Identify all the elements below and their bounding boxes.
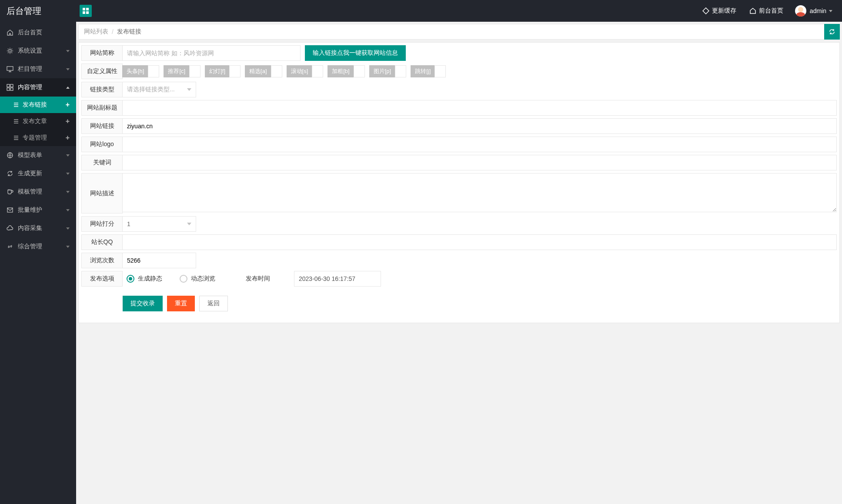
sidebar-item-content[interactable]: 内容管理 [0, 78, 76, 97]
main-content: 网站列表 / 发布链接 网站简称 输入链接点我一键获取网站信息 自定义属性 头条… [76, 22, 842, 504]
avatar [795, 5, 806, 17]
label-keywords: 关键词 [81, 155, 123, 170]
user-menu[interactable]: admin [790, 0, 838, 22]
form: 网站简称 输入链接点我一键获取网站信息 自定义属性 头条[h] 推荐[c] 幻灯… [78, 42, 840, 323]
tag-label: 幻灯[f] [205, 65, 230, 77]
site-logo-input[interactable] [122, 137, 837, 152]
breadcrumb-current: 发布链接 [117, 28, 141, 36]
row-keywords: 关键词 [81, 155, 837, 170]
tag-label: 推荐[c] [164, 65, 190, 77]
sidebar-item-column[interactable]: 栏目管理 [0, 60, 76, 78]
description-textarea[interactable] [122, 173, 837, 212]
tag-checkbox[interactable] [434, 65, 446, 77]
sidebar-item-template[interactable]: 模板管理 [0, 183, 76, 201]
list-icon [13, 102, 19, 108]
collapse-sidebar-button[interactable] [80, 5, 92, 17]
sidebar-item-system[interactable]: 系统设置 [0, 42, 76, 60]
tag-checkbox[interactable] [354, 65, 365, 77]
keywords-input[interactable] [122, 155, 837, 170]
sidebar-item-general[interactable]: 综合管理 [0, 237, 76, 256]
mail-icon [7, 207, 13, 214]
back-button[interactable]: 返回 [199, 296, 228, 311]
caret-down-icon [187, 223, 191, 225]
row-site-name: 网站简称 输入链接点我一键获取网站信息 [81, 45, 837, 61]
plus-icon: + [66, 117, 70, 125]
refresh-cache-label: 更新缓存 [712, 7, 736, 15]
link-type-select[interactable]: 请选择链接类型... [122, 82, 196, 97]
sidebar-item-home[interactable]: 后台首页 [0, 23, 76, 42]
diamond-icon [702, 7, 709, 14]
tag-label: 加粗[b] [327, 65, 354, 77]
sidebar-item-generate[interactable]: 生成更新 [0, 164, 76, 183]
tag-checkbox[interactable] [148, 65, 159, 77]
publish-time-input[interactable]: 2023-06-30 16:17:57 [294, 271, 381, 287]
refresh-button[interactable] [824, 24, 840, 40]
row-webmaster-qq: 站长QQ [81, 234, 837, 250]
sidebar-item-collect[interactable]: 内容采集 [0, 219, 76, 237]
tag-checkbox[interactable] [189, 65, 200, 77]
tag-recommend: 推荐[c] [164, 65, 200, 77]
submenu-item-label: 发布文章 [23, 117, 47, 125]
chevron-down-icon [66, 154, 70, 157]
tag-label: 滚动[s] [287, 65, 313, 77]
tag-checkbox[interactable] [229, 65, 241, 77]
breadcrumb-parent[interactable]: 网站列表 [84, 28, 108, 36]
radio-label: 动态浏览 [191, 275, 215, 283]
fetch-site-info-button[interactable]: 输入链接点我一键获取网站信息 [305, 45, 406, 61]
user-name: admin [810, 7, 826, 14]
radio-static[interactable]: 生成静态 [127, 275, 162, 283]
sidebar-item-label: 系统设置 [18, 47, 42, 55]
submenu-item-label: 专题管理 [23, 134, 47, 142]
site-link-input[interactable] [122, 118, 837, 134]
breadcrumb: 网站列表 / 发布链接 [78, 24, 840, 40]
submenu-item-publish-article[interactable]: 发布文章 + [0, 113, 76, 130]
breadcrumb-separator: / [112, 28, 114, 35]
tag-bold: 加粗[b] [327, 65, 364, 77]
svg-rect-0 [83, 8, 85, 10]
sidebar-item-batch[interactable]: 批量维护 [0, 201, 76, 219]
tag-scroll: 滚动[s] [287, 65, 324, 77]
sidebar-item-model[interactable]: 模型表单 [0, 146, 76, 164]
sidebar-item-label: 模板管理 [18, 188, 42, 196]
select-placeholder: 请选择链接类型... [127, 86, 175, 93]
row-subtitle: 网站副标题 [81, 100, 837, 116]
grid-icon [82, 7, 89, 14]
tag-checkbox[interactable] [395, 65, 406, 77]
label-site-link: 网站链接 [81, 118, 123, 134]
tag-checkbox[interactable] [312, 65, 323, 77]
svg-rect-8 [7, 88, 10, 90]
submenu-item-topic[interactable]: 专题管理 + [0, 130, 76, 146]
label-subtitle: 网站副标题 [81, 100, 123, 116]
label-site-logo: 网站logo [81, 137, 123, 152]
radio-dynamic[interactable]: 动态浏览 [180, 275, 215, 283]
list-icon [13, 135, 19, 141]
sidebar-item-label: 后台首页 [18, 29, 42, 37]
row-site-logo: 网站logo [81, 137, 837, 152]
rating-select[interactable]: 1 [122, 216, 196, 232]
chevron-down-icon [66, 246, 70, 248]
label-rating: 网站打分 [81, 216, 123, 232]
refresh-cache-link[interactable]: 更新缓存 [696, 0, 743, 22]
subtitle-input[interactable] [122, 100, 837, 116]
frontend-home-link[interactable]: 前台首页 [743, 0, 790, 22]
row-description: 网站描述 [81, 173, 837, 214]
svg-rect-7 [10, 84, 13, 87]
submenu-item-publish-link[interactable]: 发布链接 + [0, 97, 76, 113]
reset-button[interactable]: 重置 [167, 296, 195, 311]
submit-button[interactable]: 提交收录 [123, 296, 163, 311]
caret-down-icon [187, 88, 191, 91]
tag-label: 图片[p] [369, 65, 395, 77]
caret-down-icon [829, 10, 832, 12]
svg-rect-11 [7, 208, 13, 212]
row-site-link: 网站链接 [81, 118, 837, 134]
svg-rect-3 [86, 11, 89, 14]
form-actions: 提交收录 重置 返回 [81, 289, 837, 320]
chevron-down-icon [66, 68, 70, 70]
views-input[interactable] [122, 253, 196, 268]
radio-label: 生成静态 [138, 275, 162, 283]
label-webmaster-qq: 站长QQ [81, 234, 123, 250]
tag-checkbox[interactable] [271, 65, 282, 77]
webmaster-qq-input[interactable] [122, 234, 837, 250]
site-name-input[interactable] [122, 45, 301, 61]
label-site-name: 网站简称 [81, 45, 123, 61]
